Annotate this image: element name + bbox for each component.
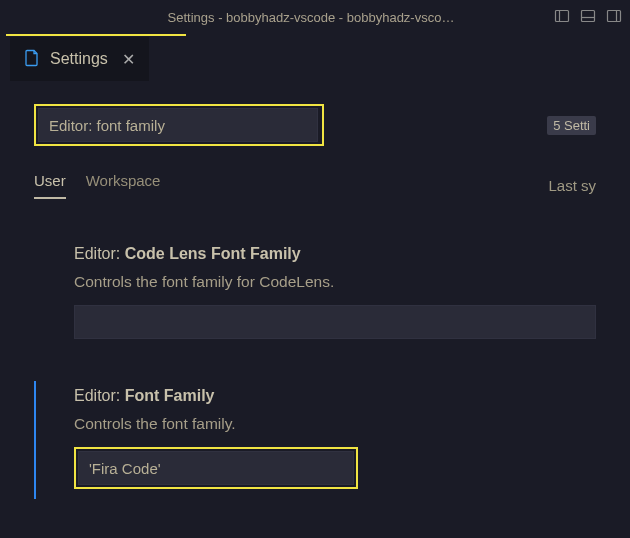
- window-title: Settings - bobbyhadz-vscode - bobbyhadz-…: [68, 10, 554, 25]
- codelens-font-family-input[interactable]: [74, 305, 596, 339]
- svg-rect-2: [582, 10, 595, 21]
- scope-row: User Workspace Last sy: [34, 172, 596, 199]
- close-icon[interactable]: ✕: [118, 50, 135, 69]
- scope-tab-workspace[interactable]: Workspace: [86, 172, 161, 199]
- setting-description: Controls the font family for CodeLens.: [74, 273, 596, 291]
- setting-title: Editor: Code Lens Font Family: [74, 245, 596, 263]
- settings-tab[interactable]: Settings ✕: [10, 37, 149, 81]
- svg-rect-0: [556, 10, 569, 21]
- settings-list: Editor: Code Lens Font Family Controls t…: [34, 239, 596, 499]
- settings-file-icon: [24, 49, 40, 70]
- settings-search-input[interactable]: [38, 108, 318, 142]
- setting-title: Editor: Font Family: [74, 387, 596, 405]
- tab-row: Settings ✕: [0, 36, 630, 82]
- setting-input-wrap: [74, 305, 596, 339]
- settings-content: 5 Setti User Workspace Last sy Editor: C…: [0, 82, 630, 499]
- setting-description: Controls the font family.: [74, 415, 596, 433]
- search-input-highlight: [34, 104, 324, 146]
- tab-label: Settings: [50, 50, 108, 68]
- panel-bottom-icon[interactable]: [580, 8, 596, 27]
- setting-codelens-font-family: Editor: Code Lens Font Family Controls t…: [34, 239, 596, 349]
- search-row: 5 Setti: [34, 104, 596, 146]
- editor-font-family-input[interactable]: [78, 451, 354, 485]
- panel-left-icon[interactable]: [554, 8, 570, 27]
- settings-count-badge: 5 Setti: [547, 116, 596, 135]
- last-sync-label: Last sy: [548, 177, 596, 194]
- setting-editor-font-family: Editor: Font Family Controls the font fa…: [34, 381, 596, 499]
- layout-icons: [554, 8, 622, 27]
- scope-tabs: User Workspace: [34, 172, 160, 199]
- font-family-input-highlight: [74, 447, 358, 489]
- panel-right-icon[interactable]: [606, 8, 622, 27]
- titlebar: Settings - bobbyhadz-vscode - bobbyhadz-…: [0, 0, 630, 34]
- scope-tab-user[interactable]: User: [34, 172, 66, 199]
- svg-rect-4: [608, 10, 621, 21]
